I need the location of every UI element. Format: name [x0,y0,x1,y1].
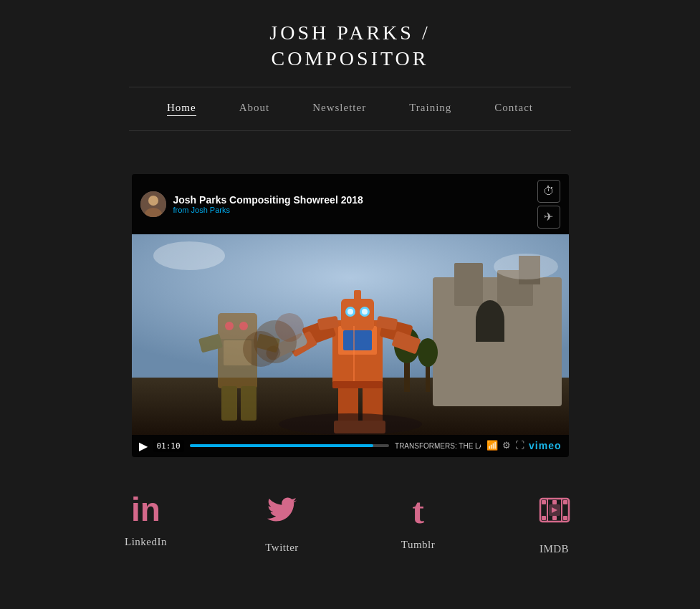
video-meta: Josh Parks Compositing Showreel 2018 fro… [173,194,363,214]
share-button[interactable]: ✈ [537,206,560,229]
main-content: Josh Parks Compositing Showreel 2018 fro… [0,131,700,584]
nav-newsletter[interactable]: Newsletter [312,102,366,116]
social-tumblr[interactable]: t Tumblr [350,493,486,555]
svg-rect-6 [454,263,483,306]
linkedin-icon: in [131,493,160,526]
video-container: Josh Parks Compositing Showreel 2018 fro… [132,174,569,457]
video-author-line: from Josh Parks [173,206,363,214]
svg-point-49 [243,331,279,367]
vimeo-logo: vimeo [529,440,561,451]
play-button[interactable]: ▶ [139,439,148,453]
site-title-line1: JOSH PARKS / [269,21,430,44]
svg-rect-46 [241,386,256,421]
video-player: Josh Parks Compositing Showreel 2018 fro… [132,174,569,457]
svg-rect-57 [552,500,557,504]
tumblr-label: Tumblr [401,539,435,551]
video-header-left: Josh Parks Compositing Showreel 2018 fro… [140,191,363,217]
site-title-line2: COMPOSITOR [272,47,429,69]
svg-point-1 [148,196,158,206]
svg-rect-56 [542,500,546,504]
svg-rect-34 [332,381,383,388]
site-title: JOSH PARKS / COMPOSITOR [0,20,700,72]
social-twitter[interactable]: Twitter [214,493,350,555]
video-author: Josh Parks [191,206,230,214]
svg-point-21 [347,309,353,315]
video-subtitle: TRANSFORMERS: THE LAST KNIGHT [395,442,481,450]
svg-rect-17 [343,330,372,350]
social-imdb[interactable]: IMDB [486,493,623,555]
avatar [140,191,166,217]
site-header: JOSH PARKS / COMPOSITOR [0,0,700,87]
robot-scene [132,234,569,435]
svg-rect-18 [341,299,374,330]
svg-point-22 [362,309,368,315]
svg-point-50 [279,413,422,435]
nav-about[interactable]: About [239,102,270,116]
svg-point-14 [418,338,438,367]
fullscreen-icon[interactable]: ⛶ [515,440,524,451]
twitter-label: Twitter [265,542,299,554]
progress-bar[interactable] [190,444,389,447]
twitter-icon [266,493,299,532]
nav-training[interactable]: Training [409,102,451,116]
video-controls: ▶ 01:10 TRANSFORMERS: THE LAST KNIGHT 📶 … [132,435,569,457]
nav-home[interactable]: Home [167,102,196,116]
svg-point-52 [494,254,558,279]
settings-icon[interactable]: ⚙ [502,440,511,451]
svg-rect-45 [221,386,237,421]
svg-point-41 [225,322,234,330]
nav-contact[interactable]: Contact [494,102,533,116]
video-header: Josh Parks Compositing Showreel 2018 fro… [132,174,569,234]
svg-rect-60 [552,516,557,520]
svg-rect-59 [542,516,546,520]
svg-rect-61 [563,516,567,520]
progress-fill [190,444,373,447]
imdb-label: IMDB [540,543,569,555]
imdb-icon [537,493,572,533]
linkedin-label: LinkedIn [125,536,167,548]
svg-rect-58 [563,500,567,504]
time-display: 01:10 [153,440,184,452]
tumblr-icon: t [412,493,424,529]
volume-icon[interactable]: 📶 [486,440,498,451]
social-section: in LinkedIn Twitter t Tumblr [0,493,700,555]
video-title: Josh Parks Compositing Showreel 2018 [173,194,363,206]
watch-later-button[interactable]: ⏱ [537,180,560,203]
from-label: from [173,206,189,214]
svg-point-42 [239,322,248,330]
svg-point-48 [275,313,304,342]
control-icons: 📶 ⚙ ⛶ vimeo [486,440,561,451]
social-linkedin[interactable]: in LinkedIn [78,493,214,555]
svg-rect-10 [476,320,504,342]
video-thumbnail[interactable] [132,234,569,435]
svg-point-51 [153,241,225,270]
video-header-icons: ⏱ ✈ [537,180,560,229]
main-nav: Home About Newsletter Training Contact [129,87,571,131]
svg-rect-23 [354,290,361,302]
